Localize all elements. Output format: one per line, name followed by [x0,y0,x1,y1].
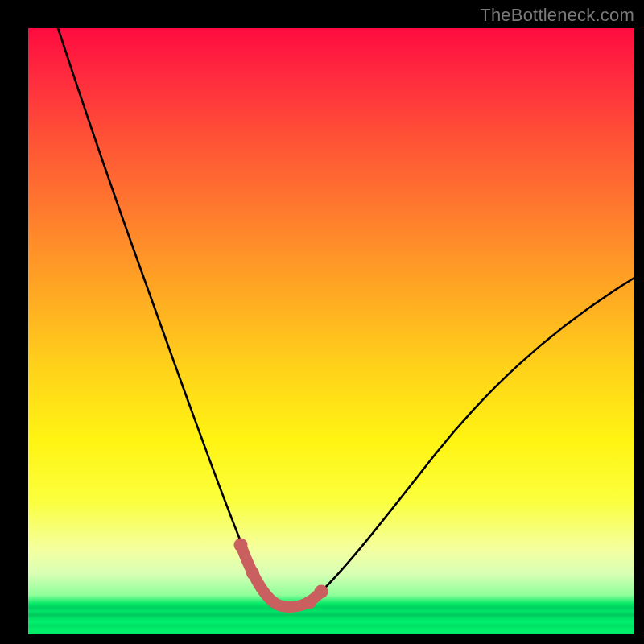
marker-dot-right-a [303,596,316,609]
marker-dot-left [234,539,248,552]
marker-dot-mid [246,567,259,580]
chart-stage: TheBottleneck.com [0,0,644,644]
bottleneck-curve [58,28,634,606]
curve-layer [28,28,634,634]
marker-dot-right-b [315,585,328,599]
plot-area [28,28,634,634]
watermark-text: TheBottleneck.com [480,5,634,26]
